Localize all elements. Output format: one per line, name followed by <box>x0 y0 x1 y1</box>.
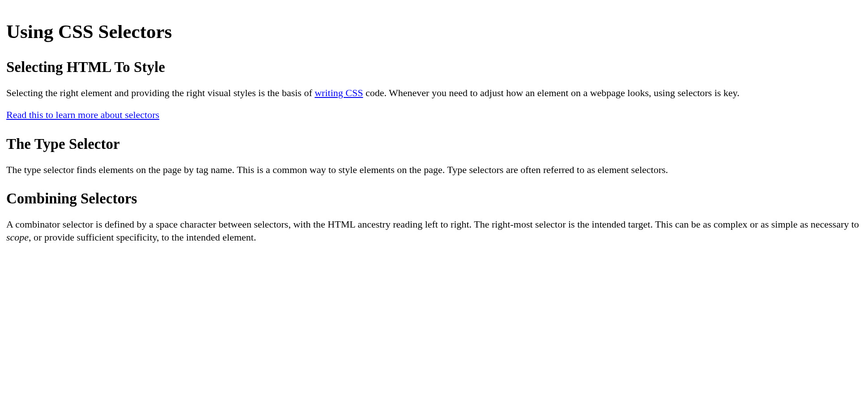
learn-more-link[interactable]: Read this to learn more about selectors <box>6 109 159 120</box>
text-after-link: code. Whenever you need to adjust how an… <box>363 87 739 98</box>
section-heading-combining: Combining Selectors <box>6 189 861 209</box>
scope-emphasis: scope <box>6 232 29 243</box>
section-heading-selecting: Selecting HTML To Style <box>6 57 861 77</box>
paragraph-more-link: Read this to learn more about selectors <box>6 108 861 122</box>
page-title: Using CSS Selectors <box>6 19 861 45</box>
combining-text-after: , or provide sufficient specificity, to … <box>29 232 256 243</box>
paragraph-type-selector: The type selector finds elements on the … <box>6 163 861 177</box>
text-before-link: Selecting the right element and providin… <box>6 87 315 98</box>
paragraph-selecting: Selecting the right element and providin… <box>6 86 861 100</box>
combining-text-before: A combinator selector is defined by a sp… <box>6 219 859 230</box>
section-heading-type-selector: The Type Selector <box>6 134 861 154</box>
paragraph-combining: A combinator selector is defined by a sp… <box>6 218 861 244</box>
writing-css-link[interactable]: writing CSS <box>315 87 363 98</box>
